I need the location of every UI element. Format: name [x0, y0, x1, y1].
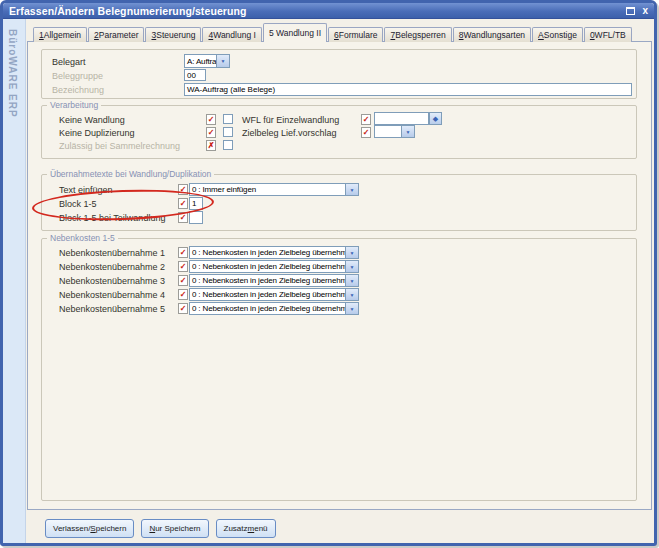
wfl-einzelwandlung-label: WFL für Einzelwandlung — [242, 115, 339, 125]
tab-steuerung[interactable]: 3 Steuerung — [145, 27, 201, 42]
crossed-flag-icon[interactable]: ✗ — [206, 140, 216, 151]
nebenkosten-5-label: Nebenkostenübernahme 5 — [59, 304, 165, 314]
group-title: Nebenkosten 1-5 — [47, 234, 118, 243]
window-title: Erfassen/Ändern Belegnumerierung/steueru… — [9, 5, 626, 17]
tab-wandlungsarten[interactable]: 8 Wandlungsarten — [453, 27, 531, 42]
dropdown-arrow-icon[interactable]: ▼ — [345, 303, 358, 314]
nebenkosten-4-label: Nebenkostenübernahme 4 — [59, 290, 165, 300]
checked-flag-icon[interactable]: ✓ — [178, 184, 188, 195]
sammelrechnung-checkbox[interactable] — [223, 140, 233, 150]
checked-flag-icon[interactable]: ✓ — [361, 114, 371, 125]
belegart-select[interactable]: A: Auftrag▼ — [184, 54, 230, 68]
text-einfuegen-label: Text einfügen — [59, 185, 113, 195]
checked-flag-icon[interactable]: ✓ — [178, 212, 188, 223]
dropdown-arrow-icon[interactable]: ▼ — [345, 275, 358, 286]
wfl-einzelwandlung-field[interactable] — [374, 112, 429, 125]
bezeichnung-label: Bezeichnung — [52, 85, 104, 95]
tab-sonstige[interactable]: A Sonstige — [532, 27, 583, 42]
tab-allgemein[interactable]: 1 Allgemein — [33, 27, 87, 42]
bezeichnung-field[interactable]: WA-Auftrag (alle Belege) — [184, 83, 632, 96]
tab-wfl-tb[interactable]: 0 WFL/TB — [584, 27, 632, 42]
dropdown-arrow-icon[interactable]: ▼ — [345, 184, 358, 195]
nebenkosten-4-select[interactable]: 0 : Nebenkosten in jeden Zielbeleg übern… — [189, 288, 359, 301]
nebenkosten-3-select[interactable]: 0 : Nebenkosten in jeden Zielbeleg übern… — [189, 274, 359, 287]
tabbar: 1 Allgemein 2 Parameter 3 Steuerung 4 Wa… — [33, 23, 633, 42]
tab-parameter[interactable]: 2 Parameter — [88, 27, 144, 42]
brand-strip: BüroWARE ERP — [3, 19, 26, 543]
block-1-5-label: Block 1-5 — [59, 199, 97, 209]
checked-flag-icon[interactable]: ✓ — [206, 114, 216, 125]
dropdown-arrow-icon[interactable]: ▼ — [401, 126, 414, 137]
nur-speichern-button[interactable]: Nur Speichern — [141, 519, 208, 538]
titlebar-buttons: x — [626, 6, 648, 15]
group-title: Übernahmetexte bei Wandlung/Duplikation — [47, 170, 214, 179]
close-icon[interactable]: x — [642, 6, 648, 15]
titlebar: Erfassen/Ändern Belegnumerierung/steueru… — [3, 3, 654, 19]
keine-duplizierung-label: Keine Duplizierung — [59, 128, 135, 138]
group-beleg: Belegart A: Auftrag▼ Beleggruppe 00 Beze… — [41, 49, 637, 99]
text-einfuegen-select[interactable]: 0 : Immer einfügen▼ — [189, 183, 359, 196]
zielbeleg-liefvorschlag-label: Zielbeleg Lief.vorschlag — [242, 128, 337, 138]
nebenkosten-1-select[interactable]: 0 : Nebenkosten in jeden Zielbeleg übern… — [189, 246, 359, 259]
group-nebenkosten: Nebenkosten 1-5 Nebenkostenübernahme 1 ✓… — [41, 238, 637, 501]
dropdown-arrow-icon[interactable]: ▼ — [216, 55, 229, 67]
nebenkosten-5-select[interactable]: 0 : Nebenkosten in jeden Zielbeleg übern… — [189, 302, 359, 315]
checked-flag-icon[interactable]: ✓ — [178, 303, 188, 314]
belegart-label: Belegart — [52, 57, 86, 67]
checked-flag-icon[interactable]: ✓ — [178, 275, 188, 286]
sammelrechnung-label: Zulässig bei Sammelrechnung — [59, 141, 180, 151]
beleggruppe-label: Beleggruppe — [52, 71, 103, 81]
dialog-window: Erfassen/Ändern Belegnumerierung/steueru… — [0, 0, 657, 546]
dropdown-arrow-icon[interactable]: ▼ — [345, 289, 358, 300]
block-1-5-teilwandlung-label: Block 1-5 bei Teilwandlung — [59, 213, 165, 223]
nebenkosten-2-label: Nebenkostenübernahme 2 — [59, 262, 165, 272]
brand-text: BüroWARE ERP — [7, 29, 18, 118]
restore-icon[interactable] — [626, 7, 635, 15]
checked-flag-icon[interactable]: ✓ — [178, 261, 188, 272]
keine-wandlung-label: Keine Wandlung — [59, 115, 125, 125]
tab-wandlung-2[interactable]: 5 Wandlung II — [263, 23, 327, 42]
zusatzmenue-button[interactable]: Zusatzmenü — [216, 519, 276, 538]
nebenkosten-3-label: Nebenkostenübernahme 3 — [59, 276, 165, 286]
checked-flag-icon[interactable]: ✓ — [178, 289, 188, 300]
keine-duplizierung-checkbox[interactable] — [223, 127, 233, 137]
nebenkosten-1-label: Nebenkostenübernahme 1 — [59, 248, 165, 258]
dropdown-arrow-icon[interactable]: ▼ — [345, 247, 358, 258]
footer-buttons: Verlassen/Speichern Nur Speichern Zusatz… — [45, 519, 283, 538]
verlassen-speichern-button[interactable]: Verlassen/Speichern — [45, 519, 134, 538]
tab-formulare[interactable]: 6 Formulare — [328, 27, 383, 42]
group-uebernahmetexte: Übernahmetexte bei Wandlung/Duplikation … — [41, 174, 637, 231]
spinner-lookup-icon[interactable]: ◆ — [429, 112, 442, 125]
zielbeleg-liefvorschlag-select[interactable]: ▼ — [374, 125, 415, 138]
group-title: Verarbeitung — [47, 101, 101, 110]
group-verarbeitung: Verarbeitung Keine Wandlung ✓ Keine Dupl… — [41, 105, 637, 159]
beleggruppe-field[interactable]: 00 — [184, 69, 206, 81]
block-1-5-teilwandlung-field[interactable] — [189, 211, 203, 224]
checked-flag-icon[interactable]: ✓ — [361, 127, 371, 138]
dropdown-arrow-icon[interactable]: ▼ — [345, 261, 358, 272]
checked-flag-icon[interactable]: ✓ — [178, 247, 188, 258]
tab-page: Belegart A: Auftrag▼ Beleggruppe 00 Beze… — [27, 41, 652, 510]
keine-wandlung-checkbox[interactable] — [223, 114, 233, 124]
checked-flag-icon[interactable]: ✓ — [178, 198, 188, 209]
tab-belegsperren[interactable]: 7 Belegsperren — [384, 27, 451, 42]
checked-flag-icon[interactable]: ✓ — [206, 127, 216, 138]
block-1-5-field[interactable]: 1 — [189, 197, 203, 210]
nebenkosten-2-select[interactable]: 0 : Nebenkosten in jeden Zielbeleg übern… — [189, 260, 359, 273]
tab-wandlung-1[interactable]: 4 Wandlung I — [202, 27, 261, 42]
